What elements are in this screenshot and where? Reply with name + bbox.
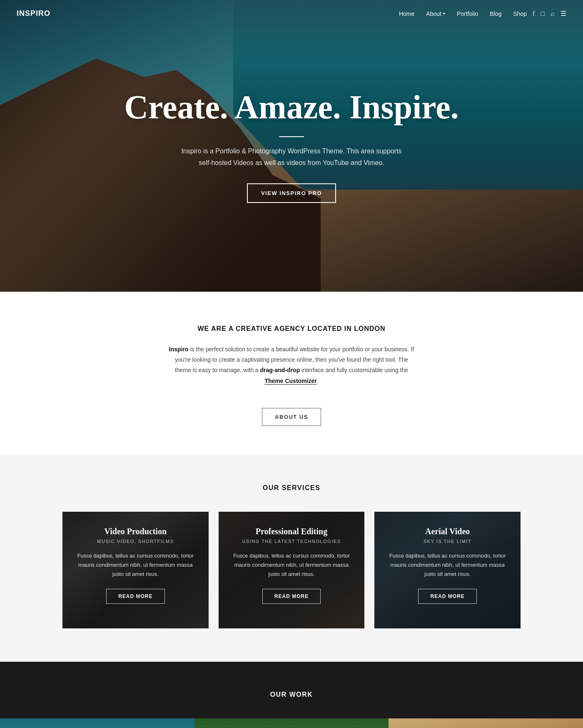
work-item-2[interactable] bbox=[194, 718, 389, 728]
nav-item-about[interactable]: About ▾ bbox=[426, 10, 445, 17]
nav-about-wrapper[interactable]: About ▾ bbox=[426, 10, 445, 17]
service-card-content-1: Video Production MUSIC VIDEO, SHORTFILMS… bbox=[62, 512, 209, 615]
intro-theme-customizer-link[interactable]: Theme Customizer bbox=[264, 378, 316, 385]
service-card-2: Professional Editing USING THE LATEST TE… bbox=[219, 512, 365, 628]
nav-item-portfolio[interactable]: Portfolio bbox=[457, 10, 478, 18]
service-readmore-button-1[interactable]: READ MORE bbox=[106, 589, 164, 604]
work-heading: OUR WORK bbox=[0, 691, 583, 698]
service-card-1: Video Production MUSIC VIDEO, SHORTFILMS… bbox=[62, 512, 209, 628]
work-item-3[interactable] bbox=[389, 718, 583, 728]
about-us-button[interactable]: ABOUT US bbox=[262, 408, 321, 426]
site-logo[interactable]: INSPIRO bbox=[17, 9, 50, 18]
instagram-icon[interactable]: □ bbox=[541, 10, 545, 18]
service-card-content-3: Aerial Video SKY IS THE LIMIT Fusce dapi… bbox=[374, 512, 521, 615]
nav-item-shop[interactable]: Shop bbox=[513, 10, 527, 18]
service-readmore-button-2[interactable]: READ MORE bbox=[262, 589, 321, 604]
facebook-icon[interactable]: f bbox=[533, 10, 535, 18]
nav-link-portfolio[interactable]: Portfolio bbox=[457, 10, 478, 17]
service-subtitle-1: MUSIC VIDEO, SHORTFILMS bbox=[74, 539, 197, 544]
service-card-3: Aerial Video SKY IS THE LIMIT Fusce dapi… bbox=[374, 512, 521, 628]
work-item-1[interactable] bbox=[0, 718, 194, 728]
service-title-3: Aerial Video bbox=[386, 527, 509, 536]
intro-text: Inspiro is the perfect solution to creat… bbox=[167, 344, 416, 386]
hero-divider bbox=[279, 136, 304, 137]
intro-section: WE ARE A CREATIVE AGENCY LOCATED IN LOND… bbox=[0, 292, 583, 455]
intro-brand-name: Inspiro bbox=[169, 346, 189, 353]
service-subtitle-2: USING THE LATEST TECHNOLOGIES bbox=[230, 539, 353, 544]
nav-links: Home About ▾ Portfolio Blog Shop bbox=[399, 10, 527, 18]
nav-link-blog[interactable]: Blog bbox=[490, 10, 501, 17]
intro-bold-phrase: drag-and-drop bbox=[260, 367, 300, 373]
service-desc-1: Fusce dapibus, tellus ac cursus commodo,… bbox=[74, 551, 197, 579]
main-nav: INSPIRO Home About ▾ Portfolio Blog Shop… bbox=[0, 0, 583, 27]
work-item-2-detail bbox=[194, 718, 389, 728]
service-desc-3: Fusce dapibus, tellus ac cursus commodo,… bbox=[386, 551, 509, 579]
service-title-1: Video Production bbox=[74, 527, 197, 536]
service-readmore-button-3[interactable]: READ MORE bbox=[418, 589, 476, 604]
nav-item-home[interactable]: Home bbox=[399, 10, 414, 18]
nav-icons: f □ ⌕ ☰ bbox=[533, 10, 566, 18]
services-heading: OUR SERVICES bbox=[17, 484, 566, 492]
intro-heading: WE ARE A CREATIVE AGENCY LOCATED IN LOND… bbox=[17, 325, 566, 333]
nav-link-home[interactable]: Home bbox=[399, 10, 414, 17]
chevron-down-icon: ▾ bbox=[443, 11, 445, 16]
hero-title: Create. Amaze. Inspire. bbox=[124, 89, 459, 125]
service-title-2: Professional Editing bbox=[230, 527, 353, 536]
intro-text-part4: . bbox=[317, 378, 319, 384]
services-section: OUR SERVICES Video Production MUSIC VIDE… bbox=[0, 455, 583, 662]
services-grid: Video Production MUSIC VIDEO, SHORTFILMS… bbox=[62, 512, 521, 628]
nav-link-shop[interactable]: Shop bbox=[513, 10, 527, 17]
nav-item-blog[interactable]: Blog bbox=[490, 10, 501, 18]
hero-content: Create. Amaze. Inspire. Inspiro is a Por… bbox=[0, 0, 583, 292]
work-section: OUR WORK bbox=[0, 662, 583, 728]
service-subtitle-3: SKY IS THE LIMIT bbox=[386, 539, 509, 544]
hero-cta-button[interactable]: VIEW INSPIRO PRO bbox=[247, 183, 336, 203]
work-grid bbox=[0, 718, 583, 728]
nav-link-about[interactable]: About bbox=[426, 10, 441, 17]
menu-icon[interactable]: ☰ bbox=[561, 10, 566, 18]
hero-subtitle: Inspiro is a Portfolio & Photography Wor… bbox=[175, 145, 408, 168]
hero-section: Create. Amaze. Inspire. Inspiro is a Por… bbox=[0, 0, 583, 292]
service-card-content-2: Professional Editing USING THE LATEST TE… bbox=[219, 512, 365, 615]
service-desc-2: Fusce dapibus, tellus ac cursus commodo,… bbox=[230, 551, 353, 579]
work-item-3-detail bbox=[389, 718, 583, 728]
search-icon[interactable]: ⌕ bbox=[551, 10, 555, 18]
intro-text-part3: interface and fully customizable using t… bbox=[300, 367, 408, 373]
